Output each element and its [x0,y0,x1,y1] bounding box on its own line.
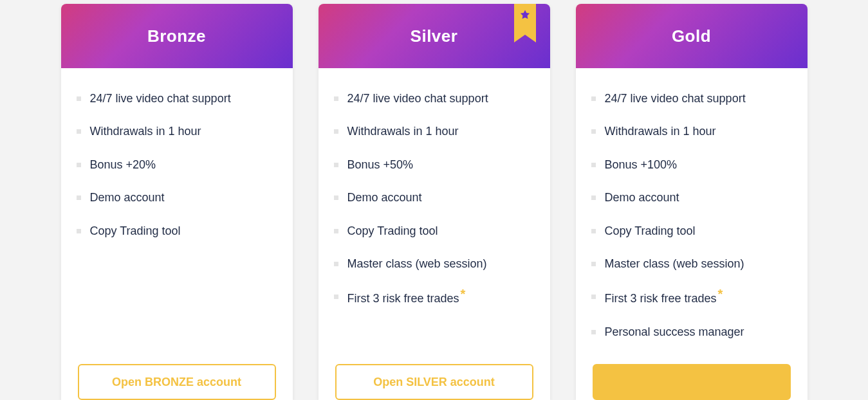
bullet-icon [334,163,338,167]
plan-features: 24/7 live video chat support Withdrawals… [576,68,808,364]
bullet-icon [334,229,338,233]
feature-text: Demo account [90,190,165,205]
feature-item: Demo account [334,190,535,205]
pricing-row: Bronze 24/7 live video chat support With… [0,0,868,400]
feature-item: Bonus +50% [334,158,535,172]
plan-card-silver: Silver 24/7 live video chat support With… [319,4,550,400]
bullet-icon [591,330,596,334]
feature-item: Copy Trading tool [77,224,277,239]
asterisk-icon: * [718,287,723,301]
plan-card-bronze: Bronze 24/7 live video chat support With… [61,4,293,400]
feature-text: Copy Trading tool [347,224,438,239]
feature-item: Withdrawals in 1 hour [334,124,535,139]
feature-text: Withdrawals in 1 hour [90,124,201,139]
bullet-icon [334,262,338,266]
feature-text: Bonus +100% [605,158,678,172]
plan-title: Bronze [147,26,206,46]
feature-text: Copy Trading tool [605,224,696,239]
feature-text: Withdrawals in 1 hour [605,124,716,139]
feature-item: Demo account [591,190,792,205]
bullet-icon [77,229,81,233]
feature-item: Bonus +20% [77,158,277,172]
bullet-icon [77,163,81,167]
feature-text: Master class (web session) [605,257,744,271]
bullet-icon [334,96,338,101]
feature-item: Withdrawals in 1 hour [77,124,277,139]
bullet-icon [591,129,596,134]
feature-item: 24/7 live video chat support [334,91,535,106]
plan-title: Silver [411,26,458,46]
bullet-icon [77,195,81,200]
feature-item: 24/7 live video chat support [591,91,792,106]
feature-text: 24/7 live video chat support [90,91,231,106]
feature-text: Demo account [347,190,422,205]
feature-text: Copy Trading tool [90,224,181,239]
feature-item: First 3 risk free trades* [334,289,535,306]
plan-header: Bronze [61,4,293,68]
feature-text: First 3 risk free trades* [347,289,466,306]
bullet-icon [591,195,596,200]
plan-header: Silver [319,4,550,68]
feature-item: Demo account [77,190,277,205]
feature-item: Bonus +100% [591,158,792,172]
feature-text: Bonus +50% [347,158,414,172]
feature-item: Copy Trading tool [591,224,792,239]
bullet-icon [591,262,596,266]
plan-card-gold: Gold 24/7 live video chat support Withdr… [576,4,808,400]
bullet-icon [591,295,596,299]
bullet-icon [334,295,338,299]
plan-features: 24/7 live video chat support Withdrawals… [61,68,293,364]
bullet-icon [334,195,338,200]
cta-wrap: Open BRONZE account [61,364,293,400]
cta-wrap: Open SILVER account [319,364,550,400]
feature-item: Master class (web session) [591,257,792,271]
bullet-icon [77,96,81,101]
bullet-icon [77,129,81,134]
plan-title: Gold [672,26,711,46]
feature-item: 24/7 live video chat support [77,91,277,106]
bullet-icon [591,96,596,101]
bullet-icon [591,229,596,233]
open-bronze-account-button[interactable]: Open BRONZE account [78,364,276,400]
feature-text: Demo account [605,190,679,205]
feature-item: First 3 risk free trades* [591,289,792,306]
bullet-icon [334,129,338,134]
feature-text: First 3 risk free trades* [605,289,723,306]
plan-features: 24/7 live video chat support Withdrawals… [319,68,550,364]
star-icon [519,9,531,21]
feature-text: Master class (web session) [347,257,487,271]
open-gold-account-button[interactable] [593,364,791,400]
cta-wrap [576,364,808,400]
feature-text: 24/7 live video chat support [347,91,488,106]
bullet-icon [591,163,596,167]
feature-text: Personal success manager [605,325,744,340]
open-silver-account-button[interactable]: Open SILVER account [335,364,533,400]
feature-item: Withdrawals in 1 hour [591,124,792,139]
feature-text: Bonus +20% [90,158,156,172]
asterisk-icon: * [461,287,466,301]
feature-text: 24/7 live video chat support [605,91,746,106]
featured-ribbon [514,4,536,35]
plan-header: Gold [576,4,808,68]
feature-text: Withdrawals in 1 hour [347,124,459,139]
feature-item: Master class (web session) [334,257,535,271]
feature-item: Personal success manager [591,325,792,340]
feature-item: Copy Trading tool [334,224,535,239]
